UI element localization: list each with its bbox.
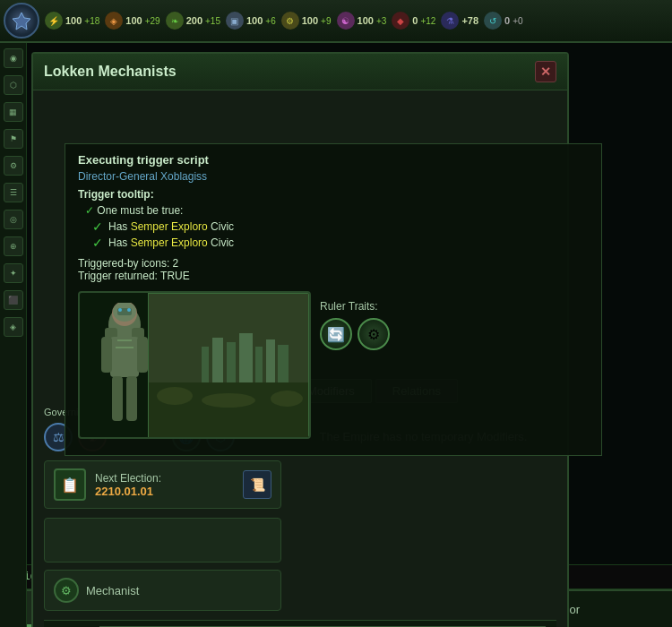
election-info: Next Election: 2210.01.01 xyxy=(95,472,234,498)
amenities-icon: ↺ xyxy=(484,12,502,30)
dialog-title: Lokken Mechanists xyxy=(44,64,177,80)
trigger-one-must: ✓ One must be true: xyxy=(78,204,589,217)
empire-icon[interactable] xyxy=(4,3,39,39)
svg-point-21 xyxy=(127,308,131,312)
election-date: 2210.01.01 xyxy=(95,485,234,498)
sidebar-btn-9[interactable]: ✦ xyxy=(4,263,23,283)
trait-icons: 🔄 ⚙ xyxy=(320,318,589,350)
resource-food: ❧ 200 +15 xyxy=(166,12,220,30)
sidebar-btn-6[interactable]: ☰ xyxy=(4,183,23,202)
resource-energy: ⚡ 100 +18 xyxy=(45,12,99,30)
landscape-bg-svg xyxy=(148,293,309,439)
check-mark-1: ✓ xyxy=(92,219,103,234)
resource-items: ⚡ 100 +18 ◈ 100 +29 ❧ 200 +15 ▣ 100 +6 ⚙… xyxy=(45,12,668,30)
alloys-icon: ⚙ xyxy=(281,12,299,30)
election-row: 📋 Next Election: 2210.01.01 📜 xyxy=(44,460,281,509)
energy-value: 100 xyxy=(65,15,82,26)
resource-influence: ◆ 0 +12 xyxy=(392,12,435,30)
amenities-income: +0 xyxy=(513,16,522,26)
main-dialog: Lokken Mechanists ✕ Executing trigger sc… xyxy=(31,52,569,627)
consumer-income: +6 xyxy=(265,16,275,26)
resource-science: ⚗ +78 xyxy=(441,12,478,30)
sidebar-btn-5[interactable]: ⚙ xyxy=(4,156,23,176)
left-sidebar: ◉ ⬡ ▦ ⚑ ⚙ ☰ ◎ ⊕ ✦ ⬛ ◈ xyxy=(0,43,27,627)
election-icon: 📋 xyxy=(54,468,86,501)
sidebar-btn-8[interactable]: ⊕ xyxy=(4,236,23,256)
resource-alloys: ⚙ 100 +9 xyxy=(281,12,332,30)
food-icon: ❧ xyxy=(166,12,184,30)
resource-consumer: ▣ 100 +6 xyxy=(226,12,276,30)
mechanist-row: ⚙ Mechanist xyxy=(44,570,281,611)
trigger-person: Director-General Xoblagiss xyxy=(78,170,589,183)
sidebar-btn-2[interactable]: ⬡ xyxy=(4,75,23,95)
svg-rect-25 xyxy=(101,337,112,373)
unity-income: +3 xyxy=(376,16,386,26)
close-button[interactable]: ✕ xyxy=(535,61,556,82)
amenities-value: 0 xyxy=(504,15,510,26)
svg-rect-28 xyxy=(126,376,137,421)
trigger-executing-label: Executing trigger script xyxy=(78,153,589,167)
check-mark-2: ✓ xyxy=(92,236,103,250)
svg-rect-24 xyxy=(110,337,139,377)
character-svg xyxy=(89,303,160,437)
energy-icon: ⚡ xyxy=(45,12,63,30)
alloys-value: 100 xyxy=(302,15,318,26)
trigger-check-1: ✓ Has Semper Exploro Civic xyxy=(78,219,589,234)
election-label: Next Election: xyxy=(95,472,234,485)
trigger-check-2: ✓ Has Semper Exploro Civic xyxy=(78,236,589,250)
svg-rect-14 xyxy=(148,293,309,439)
trigger-tooltip-label: Trigger tooltip: xyxy=(78,188,589,201)
resource-amenities: ↺ 0 +0 xyxy=(484,12,523,30)
science-value: +78 xyxy=(461,15,478,26)
resource-bar: ⚡ 100 +18 ◈ 100 +29 ❧ 200 +15 ▣ 100 +6 ⚙… xyxy=(0,0,672,43)
svg-rect-26 xyxy=(137,337,148,373)
influence-income: +12 xyxy=(420,16,435,26)
sidebar-btn-4[interactable]: ⚑ xyxy=(4,129,23,149)
portrait-container xyxy=(78,291,311,439)
food-income: +15 xyxy=(205,16,220,26)
unity-icon: ☯ xyxy=(337,12,355,30)
svg-rect-27 xyxy=(112,376,123,421)
election-action-btn[interactable]: 📜 xyxy=(243,470,271,499)
minerals-income: +29 xyxy=(145,16,160,26)
alloys-income: +9 xyxy=(321,16,331,26)
sidebar-btn-1[interactable]: ◉ xyxy=(4,48,23,68)
sidebar-btn-10[interactable]: ⬛ xyxy=(4,290,23,310)
sidebar-btn-7[interactable]: ◎ xyxy=(4,210,23,229)
trigger-return-label: Trigger returned: TRUE xyxy=(78,270,589,282)
sidebar-btn-3[interactable]: ▦ xyxy=(4,102,23,122)
consumer-icon: ▣ xyxy=(226,12,244,30)
resource-unity: ☯ 100 +3 xyxy=(337,12,387,30)
svg-point-20 xyxy=(118,308,122,312)
science-icon: ⚗ xyxy=(441,12,459,30)
influence-value: 0 xyxy=(412,15,418,26)
food-value: 200 xyxy=(186,15,202,26)
empty-area xyxy=(44,518,281,563)
influence-icon: ◆ xyxy=(392,12,409,30)
trait-icon-1[interactable]: 🔄 xyxy=(320,318,352,350)
trigger-meta: Triggered-by icons: 2 Trigger returned: … xyxy=(78,257,589,282)
sidebar-btn-11[interactable]: ◈ xyxy=(4,317,23,337)
minerals-value: 100 xyxy=(125,15,142,26)
mechanist-label: Mechanist xyxy=(86,584,139,597)
trigger-overlay: Executing trigger script Director-Genera… xyxy=(65,143,602,456)
dialog-titlebar: Lokken Mechanists ✕ xyxy=(33,54,567,90)
svg-marker-0 xyxy=(13,13,30,30)
unity-value: 100 xyxy=(358,15,374,26)
bottom-action-bar: ◆ 83 Reform Government xyxy=(44,620,556,627)
mechanist-icon: ⚙ xyxy=(54,578,79,603)
ruler-traits-label: Ruler Traits: xyxy=(320,300,589,313)
resource-minerals: ◈ 100 +29 xyxy=(105,12,159,30)
trigger-icons-label: Triggered-by icons: 2 xyxy=(78,257,589,270)
minerals-icon: ◈ xyxy=(105,12,123,30)
consumer-value: 100 xyxy=(246,15,263,26)
trait-icon-2[interactable]: ⚙ xyxy=(358,318,390,350)
energy-income: +18 xyxy=(84,16,99,26)
